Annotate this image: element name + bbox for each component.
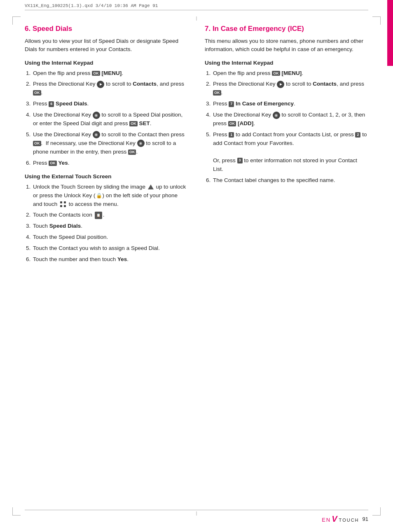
corner-tr bbox=[372, 16, 381, 25]
svg-rect-0 bbox=[60, 201, 62, 203]
brand-logo: enVTOUCH bbox=[321, 514, 359, 524]
left-keypad-list: Open the flip and press OK [MENU]. Press… bbox=[25, 69, 188, 168]
ok-icon: OK bbox=[128, 149, 136, 155]
list-item: Press 7 In Case of Emergency. bbox=[212, 100, 368, 108]
right-section-title: 7. In Case of Emergency (ICE) bbox=[205, 25, 368, 33]
header-text: VX11K_Eng_100225(1.3).qxd 3/4/10 10:36 A… bbox=[25, 3, 158, 8]
right-column: 7. In Case of Emergency (ICE) This menu … bbox=[205, 25, 368, 507]
left-section-title: 6. Speed Dials bbox=[25, 25, 188, 33]
list-item: Touch the number and then touch Yes. bbox=[32, 255, 188, 264]
triangle-up-icon bbox=[148, 184, 154, 189]
num6-icon: 6 bbox=[49, 101, 54, 107]
list-item: Touch the Contact you wish to assign a S… bbox=[32, 244, 188, 253]
dir-right-icon bbox=[97, 81, 104, 88]
ok-icon: OK bbox=[33, 90, 41, 96]
ok-icon: OK bbox=[228, 121, 236, 126]
list-item: Press OK Yes. bbox=[32, 159, 188, 168]
list-item: Unlock the Touch Screen by sliding the i… bbox=[32, 183, 188, 209]
list-item: Open the flip and press OK [MENU]. bbox=[32, 69, 188, 78]
page-footer: enVTOUCH 91 bbox=[25, 510, 368, 524]
dir-right-icon bbox=[277, 81, 284, 88]
list-item: Touch the Contacts icon 📋. bbox=[32, 211, 188, 219]
list-item: Open the flip and press OK [MENU]. bbox=[212, 69, 368, 78]
svg-rect-3 bbox=[64, 205, 66, 207]
brand-touch-text: TOUCH bbox=[339, 518, 359, 523]
page-header: VX11K_Eng_100225(1.3).qxd 3/4/10 10:36 A… bbox=[25, 3, 368, 10]
num7-icon: 7 bbox=[229, 101, 234, 107]
list-item: Press 1 to add Contact from your Contact… bbox=[212, 131, 368, 174]
dir-nav-icon bbox=[93, 131, 100, 138]
ok-icon: OK bbox=[213, 90, 221, 96]
tick-top bbox=[196, 16, 197, 21]
right-keypad-heading: Using the Internal Keypad bbox=[205, 60, 368, 66]
num3-icon: 3 bbox=[237, 158, 243, 163]
right-keypad-list: Open the flip and press OK [MENU]. Press… bbox=[205, 69, 368, 185]
contacts-icon: 📋 bbox=[95, 212, 102, 219]
list-item: Use the Directional Key to scroll to a S… bbox=[32, 111, 188, 128]
list-item: Touch the Speed Dial position. bbox=[32, 233, 188, 242]
corner-bl bbox=[12, 507, 21, 516]
corner-tl bbox=[12, 16, 21, 25]
lock-icon: 🔒 bbox=[96, 192, 102, 200]
list-item: Use the Directional Key to scroll to Con… bbox=[212, 111, 368, 128]
svg-rect-1 bbox=[64, 201, 66, 203]
list-item: Press the Directional Key to scroll to C… bbox=[32, 80, 188, 97]
ok-icon: OK bbox=[49, 161, 57, 166]
pink-sidebar-bar bbox=[387, 0, 393, 66]
left-touchscreen-list: Unlock the Touch Screen by sliding the i… bbox=[25, 183, 188, 264]
dir-nav-icon bbox=[93, 112, 100, 119]
ok-icon: OK bbox=[272, 71, 280, 76]
dir-nav-icon bbox=[273, 112, 280, 119]
list-item: Press 6 Speed Dials. bbox=[32, 100, 188, 108]
corner-br bbox=[372, 507, 381, 516]
brand-text-en: en bbox=[322, 517, 331, 523]
content-area: 6. Speed Dials Allows you to view your l… bbox=[25, 25, 368, 507]
list-item: The Contact label changes to the specifi… bbox=[212, 176, 368, 185]
ok-icon: OK bbox=[129, 121, 138, 126]
dir-nav-icon bbox=[137, 140, 145, 147]
ok-icon: OK bbox=[33, 141, 41, 146]
right-section-intro: This menu allows you to store names, pho… bbox=[205, 37, 368, 54]
list-item: Touch Speed Dials. bbox=[32, 222, 188, 231]
grid-icon bbox=[60, 201, 66, 208]
list-item: Use the Directional Key to scroll to the… bbox=[32, 131, 188, 156]
left-column: 6. Speed Dials Allows you to view your l… bbox=[25, 25, 188, 507]
num2-icon: 2 bbox=[355, 132, 360, 138]
left-section-intro: Allows you to view your list of Speed Di… bbox=[25, 37, 188, 54]
list-item: Press the Directional Key to scroll to C… bbox=[212, 80, 368, 97]
ok-icon: OK bbox=[92, 71, 100, 76]
svg-rect-2 bbox=[60, 205, 62, 207]
left-touchscreen-heading: Using the External Touch Screen bbox=[25, 173, 188, 180]
page-number: 91 bbox=[363, 516, 368, 522]
left-keypad-heading: Using the Internal Keypad bbox=[25, 60, 188, 66]
num1-icon: 1 bbox=[229, 132, 234, 138]
brand-text-v: V bbox=[332, 514, 338, 523]
